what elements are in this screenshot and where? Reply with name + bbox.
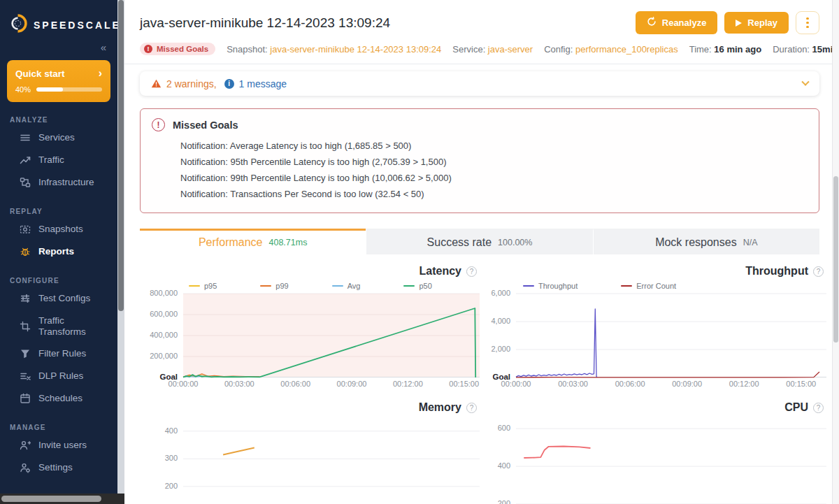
traffic-icon (20, 154, 31, 166)
replay-label: Replay (747, 17, 777, 28)
sidebar-item-label: Invite users (38, 440, 87, 451)
sidebar-item-label: Traffic Transforms (38, 315, 110, 337)
meta-field: Time: 16 min ago (689, 44, 762, 55)
legend-swatch (403, 285, 415, 287)
legend-item-p99[interactable]: p99 (260, 282, 288, 290)
sidebar-horizontal-scrollbar-thumb[interactable] (1, 496, 101, 502)
tab-performance[interactable]: Performance408.71ms (140, 229, 366, 254)
chart-title: Throughput (745, 265, 808, 278)
missed-goals-panel: ! Missed Goals Notification: Average Lat… (140, 108, 819, 213)
series-memory (223, 448, 254, 455)
quick-start-card[interactable]: Quick start › 40% (7, 60, 110, 102)
more-options-button[interactable] (796, 11, 819, 34)
missed-goals-list: Notification: Average Latency is too hig… (180, 138, 805, 202)
y-tick-label: 200 (165, 482, 178, 490)
chevron-down-icon (801, 78, 809, 85)
meta-label: Config: (544, 44, 575, 55)
sidebar-scrollbar-thumb[interactable] (118, 0, 124, 311)
schedules-icon (20, 393, 31, 404)
main-scrollbar-thumb[interactable] (833, 176, 838, 343)
sidebar-item-label: Traffic (38, 154, 64, 166)
refresh-icon (647, 17, 657, 29)
help-icon[interactable]: ? (813, 266, 824, 277)
y-tick-label: 200,000 (150, 352, 178, 360)
series-cpu (524, 447, 590, 459)
sidebar-item-traffic[interactable]: Traffic (0, 149, 117, 171)
y-tick-label: 2,000 (491, 345, 510, 353)
plot-area (183, 417, 480, 504)
meta-label: Service: (452, 44, 488, 55)
y-tick-label: 600 (498, 424, 510, 432)
goal-notification: Notification: Transactions Per Second is… (180, 186, 805, 202)
series-error-count (516, 372, 819, 377)
meta-value[interactable]: java-server (488, 44, 533, 55)
meta-value[interactable]: performance_100replicas (575, 44, 678, 55)
section-heading: ANALYZE (10, 116, 108, 124)
main-scrollbar[interactable] (832, 0, 839, 504)
legend-label: Error Count (636, 282, 676, 290)
sidebar-item-filter-rules[interactable]: Filter Rules (0, 343, 117, 365)
page-title: java-server-minikube 12-14-2023 13:09:24 (140, 15, 636, 31)
sidebar-item-label: Schedules (38, 393, 83, 404)
kebab-dot (806, 22, 809, 24)
help-icon[interactable]: ? (466, 403, 477, 413)
tab-value: 408.71ms (269, 238, 308, 247)
sidebar-nav: ANALYZEServicesTrafficInfrastructureREPL… (0, 116, 117, 494)
meta-field: Config: performance_100replicas (544, 44, 678, 55)
throughput-chart: Throughput ? ThroughputError Count Goal2… (487, 263, 826, 391)
legend-item-throughput[interactable]: Throughput (523, 282, 578, 290)
chart-legend: ThroughputError Count (523, 280, 826, 292)
sidebar-item-settings[interactable]: Settings (0, 456, 117, 479)
reanalyze-button[interactable]: Reanalyze (636, 11, 718, 34)
alert-circle-icon: ! (144, 45, 152, 53)
legend-item-p95[interactable]: p95 (189, 282, 217, 290)
logo-text: SPEEDSCALE (34, 20, 117, 31)
alerts-bar[interactable]: 2 warnings, i 1 message (140, 71, 819, 96)
y-axis: Goal200,000400,000600,000800,000 (140, 294, 183, 391)
legend-item-error count[interactable]: Error Count (621, 282, 676, 290)
sidebar-horizontal-scrollbar[interactable] (0, 494, 124, 504)
kebab-dot (806, 17, 809, 20)
meta-value[interactable]: java-server-minikube 12-14-2023 13:09:24 (270, 44, 441, 55)
sidebar-item-label: Settings (38, 462, 73, 473)
sidebar-collapse-icon[interactable]: « (0, 36, 117, 53)
messages-count: 1 message (239, 78, 287, 89)
sidebar-item-traffic-transforms[interactable]: Traffic Transforms (0, 310, 117, 343)
y-tick-label: 400 (165, 426, 178, 435)
plot-area (516, 417, 826, 504)
tab-mock-responses[interactable]: Mock responsesN/A (593, 229, 819, 254)
sidebar-item-snapshots[interactable]: Snapshots (0, 218, 117, 240)
legend-label: Throughput (538, 282, 578, 290)
tabs: Performance408.71msSuccess rate100.00%Mo… (140, 229, 819, 254)
help-icon[interactable]: ? (466, 266, 477, 277)
sidebar-item-test-configs[interactable]: Test Configs (0, 287, 117, 310)
meta-label: Time: (689, 44, 715, 55)
sidebar-item-services[interactable]: Services (0, 127, 117, 149)
y-tick-label: 400,000 (150, 331, 178, 339)
sidebar-item-dlp-rules[interactable]: DLP Rules (0, 365, 117, 387)
sidebar-item-invite-users[interactable]: Invite users (0, 434, 117, 456)
snapshots-icon (20, 224, 31, 235)
section-heading: REPLAY (10, 208, 108, 215)
latency-chart: Latency ? p95p99Avgp50 Goal200,000400,00… (140, 263, 480, 391)
missed-goals-badge: ! Missed Goals (140, 43, 215, 55)
settings-icon (20, 462, 31, 473)
help-icon[interactable]: ? (813, 403, 824, 413)
replay-button[interactable]: Replay (724, 12, 789, 34)
x-tick-label: 00:09:00 (337, 380, 367, 388)
chart-legend: p95p99Avgp50 (189, 280, 480, 292)
sidebar: SPEEDSCALE « Quick start › 40% ANALYZESe… (0, 0, 117, 494)
legend-item-avg[interactable]: Avg (332, 282, 361, 290)
invite-users-icon (20, 440, 31, 451)
sidebar-item-label: Services (38, 132, 75, 143)
tab-success-rate[interactable]: Success rate100.00% (366, 229, 592, 254)
legend-swatch (523, 285, 534, 287)
sidebar-item-schedules[interactable]: Schedules (0, 387, 117, 410)
tab-label: Performance (199, 236, 263, 249)
sidebar-item-reports[interactable]: Reports (0, 240, 117, 263)
x-tick-label: 00:15:00 (786, 380, 816, 388)
sidebar-item-infrastructure[interactable]: Infrastructure (0, 171, 117, 194)
logo: SPEEDSCALE (0, 0, 117, 36)
legend-item-p50[interactable]: p50 (403, 282, 431, 290)
sidebar-scrollbar[interactable] (117, 0, 124, 494)
